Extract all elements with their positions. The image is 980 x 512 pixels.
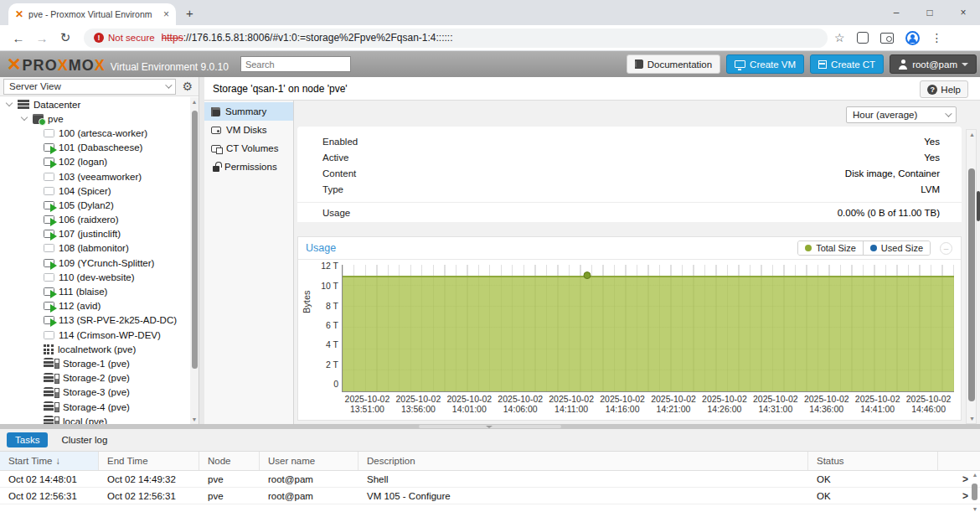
create-ct-button[interactable]: Create CT	[810, 54, 884, 74]
tree-item[interactable]: 109 (YCrunch-Splitter)	[0, 256, 190, 270]
tree-scrollbar[interactable]: ▲ ▼	[190, 97, 199, 424]
table-row[interactable]: Oct 02 14:48:01Oct 02 14:49:32pveroot@pa…	[0, 471, 980, 488]
chart-plot-area[interactable]	[342, 265, 954, 392]
create-vm-button[interactable]: Create VM	[726, 54, 804, 74]
vm-running-icon	[44, 230, 54, 238]
chevron-expanded-icon[interactable]	[21, 114, 28, 121]
tree-item[interactable]: 104 (Spicer)	[0, 184, 190, 198]
tree-item[interactable]: 112 (avid)	[0, 299, 190, 313]
period-select[interactable]: Hour (average)	[846, 106, 957, 123]
proxmox-header: ✕ PROXMOX Virtual Environment 9.0.10 Doc…	[0, 51, 980, 77]
column-header-end-time[interactable]: End Time	[99, 452, 199, 470]
tree-item-label: 105 (Dylan2)	[59, 200, 114, 210]
new-tab-button[interactable]: +	[186, 6, 193, 20]
content-scrollbar[interactable]: ▲ ▼	[966, 129, 977, 424]
tree-item[interactable]: local (pve)	[0, 414, 190, 424]
gear-icon[interactable]: ⚙	[179, 80, 195, 93]
legend-used-size[interactable]: Used Size	[863, 241, 930, 255]
scroll-up-icon[interactable]: ▲	[970, 472, 980, 478]
browser-tab[interactable]: ✕ pve - Proxmox Virtual Environm ×	[8, 3, 176, 25]
used-size-dot-icon	[870, 245, 877, 251]
x-tick-time: 14:06:00	[495, 404, 546, 414]
scroll-down-icon[interactable]: ▼	[970, 506, 980, 512]
tree-item[interactable]: 102 (logan)	[0, 155, 190, 169]
tree-item[interactable]: Storage-4 (pve)	[0, 400, 190, 414]
tree-item[interactable]: 111 (blaise)	[0, 284, 190, 298]
profile-avatar-icon[interactable]	[905, 31, 920, 45]
menu-item-permissions[interactable]: Permissions	[204, 158, 293, 176]
user-menu-button[interactable]: root@pam	[890, 54, 977, 74]
task-scrollbar[interactable]: ▲ ▼	[970, 472, 980, 512]
tree-item[interactable]: 105 (Dylan2)	[0, 198, 190, 212]
column-header-description[interactable]: Description	[358, 452, 808, 470]
scroll-down-icon[interactable]: ▼	[190, 416, 199, 422]
reload-icon[interactable]: ↻	[54, 30, 77, 45]
content: Storage 'qsan-1' on node 'pve' ? Help Su…	[204, 77, 980, 424]
tree-item-label: 109 (YCrunch-Splitter)	[59, 258, 154, 268]
maximize-icon[interactable]: □	[913, 0, 946, 25]
side-search-icon[interactable]	[880, 33, 894, 44]
close-icon[interactable]: ×	[946, 0, 980, 25]
tree-item[interactable]: 110 (dev-website)	[0, 270, 190, 284]
x-tick-label: 2025-10-0214:41:00	[852, 394, 903, 414]
chevron-expanded-icon[interactable]	[6, 100, 13, 106]
table-cell: Oct 02 14:49:32	[99, 474, 199, 484]
url-bar[interactable]: ! Not secure https://176.16.5.81:8006/#v…	[84, 28, 828, 48]
tree-item[interactable]: Storage-3 (pve)	[0, 385, 190, 400]
tree-item[interactable]: 101 (Dabascheese)	[0, 141, 190, 155]
tree-item-label: 108 (labmonitor)	[59, 243, 129, 253]
tree-item[interactable]: 113 (SR-PVE-2k25-AD-DC)	[0, 313, 190, 328]
tree-item-label: Datacenter	[34, 100, 80, 110]
scroll-up-icon[interactable]: ▲	[967, 132, 977, 137]
legend-total-size[interactable]: Total Size	[798, 241, 863, 255]
tree-item[interactable]: 107 (justinclift)	[0, 227, 190, 241]
tab-cluster-log[interactable]: Cluster log	[61, 435, 107, 445]
scroll-down-icon[interactable]: ▼	[967, 416, 977, 421]
menu-item-summary[interactable]: Summary	[204, 102, 293, 121]
content-scroll-thumb[interactable]	[968, 168, 975, 401]
menu-item-vm-disks[interactable]: VM Disks	[204, 121, 293, 139]
url-scheme: https	[162, 32, 183, 44]
menu-kebab-icon[interactable]: ⋮	[931, 31, 943, 44]
bookmark-star-icon[interactable]: ☆	[834, 31, 845, 44]
help-button[interactable]: ? Help	[920, 80, 968, 98]
tree-item[interactable]: 100 (artesca-worker)	[0, 126, 190, 140]
tree-item[interactable]: Storage-2 (pve)	[0, 371, 190, 385]
tree-item[interactable]: pve	[0, 111, 190, 126]
column-header-label: User name	[268, 456, 315, 466]
y-tick-label: 12 T	[321, 261, 338, 271]
minimize-icon[interactable]: –	[879, 0, 913, 25]
column-header-node[interactable]: Node	[199, 452, 260, 470]
tab-close-icon[interactable]: ×	[163, 8, 169, 20]
task-scroll-thumb[interactable]	[972, 484, 977, 500]
forward-icon[interactable]: →	[30, 31, 54, 45]
browser-tabstrip: ✕ pve - Proxmox Virtual Environm × + – □…	[0, 0, 980, 25]
tree-item[interactable]: 106 (raidxero)	[0, 213, 190, 227]
column-header-status[interactable]: Status	[808, 452, 938, 470]
table-row[interactable]: Oct 02 12:56:31Oct 02 12:56:31pveroot@pa…	[0, 488, 980, 504]
column-header-user-name[interactable]: User name	[260, 452, 358, 470]
tree-scroll-thumb[interactable]	[192, 111, 198, 369]
tree-item[interactable]: 103 (veeamworker)	[0, 169, 190, 184]
tree-item[interactable]: Datacenter	[0, 97, 190, 111]
documentation-button[interactable]: Documentation	[627, 54, 720, 74]
extensions-icon[interactable]	[857, 32, 869, 44]
scroll-up-icon[interactable]: ▲	[190, 99, 199, 105]
tab-tasks[interactable]: Tasks	[7, 432, 48, 447]
column-header-start-time[interactable]: Start Time↓	[0, 452, 99, 470]
chart-collapse-icon[interactable]: –	[940, 242, 952, 255]
tree-item[interactable]: localnetwork (pve)	[0, 342, 190, 356]
x-tick-label: 2025-10-0214:16:00	[597, 394, 648, 414]
tree-item[interactable]: Storage-1 (pve)	[0, 356, 190, 370]
not-secure-badge[interactable]: ! Not secure	[94, 33, 155, 43]
summary-book-icon	[211, 107, 220, 116]
global-search-input[interactable]	[240, 56, 351, 72]
back-icon[interactable]: ←	[7, 31, 30, 45]
menu-item-ct-volumes[interactable]: CT Volumes	[204, 139, 293, 158]
window-scroll-thumb[interactable]	[977, 191, 980, 221]
data-point-marker[interactable]	[584, 272, 591, 279]
tree-item[interactable]: 108 (labmonitor)	[0, 241, 190, 256]
splitter-grip-icon[interactable]	[419, 425, 561, 428]
tree-item[interactable]: 114 (Crimson-WP-DEV)	[0, 328, 190, 342]
server-view-select[interactable]: Server View	[3, 79, 176, 95]
